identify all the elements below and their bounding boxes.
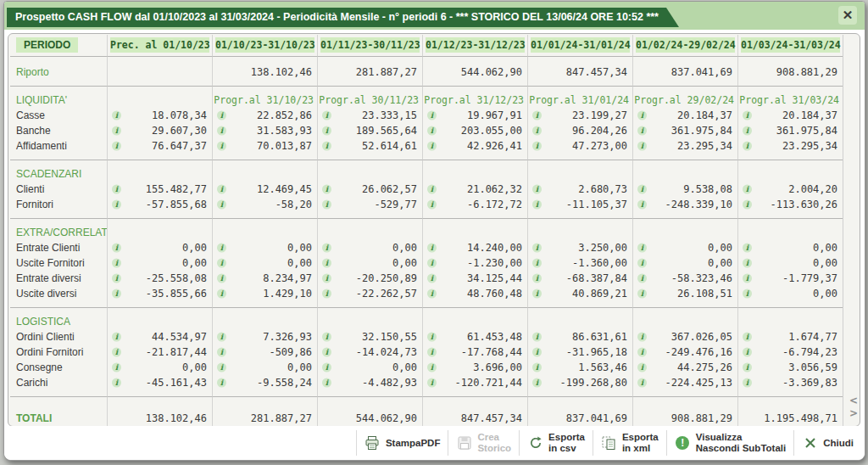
stampa-pdf-button[interactable]: StampaPDF xyxy=(359,428,447,458)
info-icon[interactable]: i xyxy=(112,378,121,388)
info-icon[interactable]: i xyxy=(427,348,437,357)
info-icon[interactable]: i xyxy=(322,142,331,151)
info-icon[interactable]: i xyxy=(637,185,647,194)
info-icon[interactable]: i xyxy=(743,142,752,151)
info-icon[interactable]: i xyxy=(217,363,226,373)
info-icon[interactable]: i xyxy=(112,274,121,283)
info-icon[interactable]: i xyxy=(532,200,542,210)
info-icon[interactable]: i xyxy=(322,378,331,388)
info-icon[interactable]: i xyxy=(743,126,752,136)
info-icon[interactable]: i xyxy=(427,274,437,283)
info-icon[interactable]: i xyxy=(112,185,121,194)
info-icon[interactable]: i xyxy=(637,274,647,283)
info-icon[interactable]: i xyxy=(112,142,121,151)
visualizza-subtotali-button[interactable]: ! Visualizza Nascondi SubTotali xyxy=(669,428,793,458)
esporta-csv-button[interactable]: Esporta in csv xyxy=(521,428,591,458)
info-icon[interactable]: i xyxy=(532,333,542,342)
info-icon[interactable]: i xyxy=(322,185,331,194)
info-icon[interactable]: i xyxy=(532,259,542,268)
info-icon[interactable]: i xyxy=(217,289,226,299)
info-icon[interactable]: i xyxy=(427,363,437,373)
info-icon[interactable]: i xyxy=(743,274,752,283)
info-icon[interactable]: i xyxy=(217,378,226,388)
info-icon[interactable]: i xyxy=(637,289,647,299)
info-icon[interactable]: i xyxy=(112,289,121,299)
info-icon[interactable]: i xyxy=(743,333,752,342)
info-icon[interactable]: i xyxy=(743,378,752,388)
info-icon[interactable]: i xyxy=(427,333,437,342)
info-icon[interactable]: i xyxy=(637,259,647,268)
info-icon[interactable]: i xyxy=(322,111,331,120)
info-icon[interactable]: i xyxy=(637,363,647,373)
info-icon[interactable]: i xyxy=(112,244,121,253)
info-icon[interactable]: i xyxy=(217,185,226,194)
info-icon[interactable]: i xyxy=(112,259,121,268)
info-icon[interactable]: i xyxy=(743,289,752,299)
info-icon[interactable]: i xyxy=(637,244,647,253)
info-icon[interactable]: i xyxy=(427,378,437,388)
info-icon[interactable]: i xyxy=(532,348,542,357)
info-icon[interactable]: i xyxy=(427,200,437,210)
info-icon[interactable]: i xyxy=(532,274,542,283)
info-icon[interactable]: i xyxy=(532,126,542,136)
esporta-xml-button[interactable]: Esporta in xml xyxy=(595,428,665,458)
info-icon[interactable]: i xyxy=(322,274,331,283)
info-icon[interactable]: i xyxy=(427,185,437,194)
info-icon[interactable]: i xyxy=(112,200,121,210)
info-icon[interactable]: i xyxy=(217,259,226,268)
info-icon[interactable]: i xyxy=(427,289,437,299)
info-icon[interactable]: i xyxy=(322,333,331,342)
info-icon[interactable]: i xyxy=(532,289,542,299)
info-icon[interactable]: i xyxy=(743,185,752,194)
info-icon[interactable]: i xyxy=(112,333,121,342)
info-icon[interactable]: i xyxy=(637,200,647,210)
close-icon[interactable]: ✕ xyxy=(838,6,857,25)
info-icon[interactable]: i xyxy=(743,200,752,210)
info-icon[interactable]: i xyxy=(743,111,752,120)
info-icon[interactable]: i xyxy=(743,363,752,373)
info-icon[interactable]: i xyxy=(532,244,542,253)
info-icon[interactable]: i xyxy=(532,142,542,151)
info-icon[interactable]: i xyxy=(743,244,752,253)
info-icon[interactable]: i xyxy=(112,363,121,373)
info-icon[interactable]: i xyxy=(322,126,331,136)
info-icon[interactable]: i xyxy=(217,244,226,253)
crea-storico-button[interactable]: Crea Storico xyxy=(450,428,517,458)
info-icon[interactable]: i xyxy=(637,348,647,357)
info-icon[interactable]: i xyxy=(217,126,226,136)
info-icon[interactable]: i xyxy=(637,378,647,388)
info-icon[interactable]: i xyxy=(322,289,331,299)
info-icon[interactable]: i xyxy=(637,142,647,151)
info-icon[interactable]: i xyxy=(637,333,647,342)
info-icon[interactable]: i xyxy=(112,111,121,120)
info-icon[interactable]: i xyxy=(217,348,226,357)
info-icon[interactable]: i xyxy=(637,111,647,120)
info-icon[interactable]: i xyxy=(427,126,437,136)
info-icon[interactable]: i xyxy=(322,348,331,357)
info-icon[interactable]: i xyxy=(112,126,121,136)
scroll-right-icon[interactable]: > xyxy=(849,409,858,417)
info-icon[interactable]: i xyxy=(322,244,331,253)
info-icon[interactable]: i xyxy=(217,142,226,151)
info-icon[interactable]: i xyxy=(743,348,752,357)
info-icon[interactable]: i xyxy=(322,259,331,268)
info-icon[interactable]: i xyxy=(112,348,121,357)
info-icon[interactable]: i xyxy=(217,274,226,283)
info-icon[interactable]: i xyxy=(427,244,437,253)
chiudi-button[interactable]: Chiudi xyxy=(796,428,860,458)
info-icon[interactable]: i xyxy=(532,363,542,373)
info-icon[interactable]: i xyxy=(532,185,542,194)
info-icon[interactable]: i xyxy=(532,378,542,388)
scroll-left-icon[interactable]: < xyxy=(849,396,858,405)
info-icon[interactable]: i xyxy=(743,259,752,268)
info-icon[interactable]: i xyxy=(427,259,437,268)
info-icon[interactable]: i xyxy=(427,111,437,120)
info-icon[interactable]: i xyxy=(322,200,331,210)
info-icon[interactable]: i xyxy=(217,200,226,210)
info-icon[interactable]: i xyxy=(532,111,542,120)
info-icon[interactable]: i xyxy=(322,363,331,373)
info-icon[interactable]: i xyxy=(637,126,647,136)
info-icon[interactable]: i xyxy=(427,142,437,151)
info-icon[interactable]: i xyxy=(217,111,226,120)
info-icon[interactable]: i xyxy=(217,333,226,342)
